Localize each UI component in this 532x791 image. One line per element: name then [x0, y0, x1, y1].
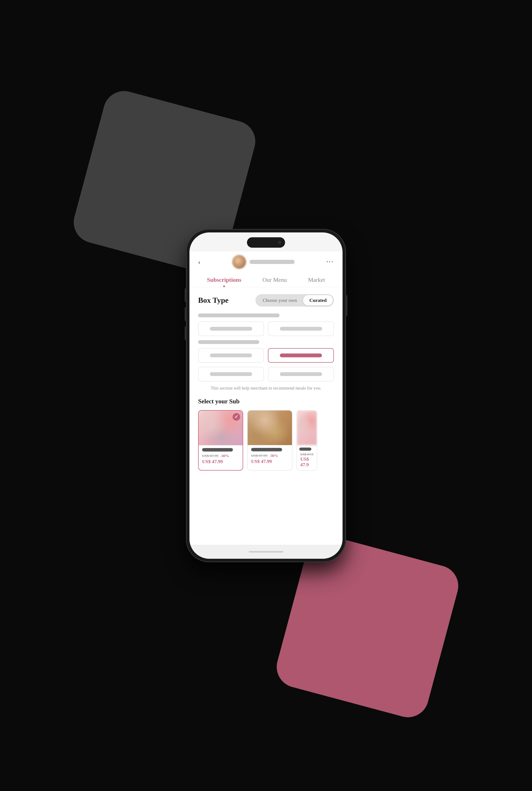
- filter-option-3a[interactable]: [198, 367, 264, 381]
- filter-option-1b-inner: [280, 327, 322, 331]
- nav-tabs: Subscriptions Our Menu Market: [189, 271, 343, 287]
- front-camera: [278, 241, 281, 244]
- sub-card-3-pricing: US$ 67.9 US$ 47.9: [297, 452, 317, 470]
- filter-option-3a-inner: [210, 372, 252, 376]
- back-button[interactable]: ‹: [198, 258, 201, 266]
- filter-option-1a-inner: [210, 327, 252, 331]
- sub-cards-row: ✓ US$ 67.99 -30% US$ 4: [198, 410, 334, 471]
- filter-option-1a[interactable]: [198, 321, 264, 336]
- tab-market[interactable]: Market: [305, 275, 328, 287]
- filter-options-row-3: [198, 367, 334, 381]
- tab-subscriptions[interactable]: Subscriptions: [204, 275, 245, 287]
- header: ‹ ···: [189, 251, 343, 271]
- bottom-bar: [189, 545, 343, 559]
- header-center: [232, 255, 294, 269]
- filter-option-3b[interactable]: [268, 367, 334, 381]
- phone-outer-frame: ‹ ··· Subscriptions Our Menu Market: [186, 229, 346, 562]
- sub-card-2-image: [248, 411, 292, 445]
- filter-options-row-2: [198, 348, 334, 363]
- sub-card-1-pricing: US$ 67.99 -30% US$ 47.99: [198, 454, 243, 467]
- sub-card-3-image: [297, 411, 317, 445]
- box-type-section: Box Type Choose your own Curated: [198, 294, 334, 306]
- filter-option-2b[interactable]: [268, 348, 334, 363]
- dynamic-island: [247, 237, 285, 248]
- sub-card-1-discount: -30%: [220, 454, 229, 458]
- filter-option-2b-inner: [280, 354, 322, 357]
- avatar: [232, 255, 246, 269]
- phone-mockup: ‹ ··· Subscriptions Our Menu Market: [186, 229, 346, 562]
- sub-card-1-current-price: US$ 47.99: [202, 459, 223, 464]
- menu-button[interactable]: ···: [326, 258, 334, 265]
- sub-card-2-price-row: US$ 67.99 -30%: [251, 453, 288, 458]
- sub-card-1-price-row: US$ 67.99 -30%: [202, 454, 239, 458]
- app-content: ‹ ··· Subscriptions Our Menu Market: [189, 232, 343, 559]
- sub-card-2-discount: -30%: [269, 453, 278, 458]
- sub-card-2-title: [251, 448, 282, 451]
- filter-option-1b[interactable]: [268, 321, 334, 336]
- filter-label-1: [198, 314, 280, 317]
- main-content: Box Type Choose your own Curated: [189, 287, 343, 545]
- sub-card-1-check: ✓: [232, 413, 240, 421]
- filter-options-row-1: [198, 321, 334, 336]
- sub-card-3[interactable]: US$ 67.9 US$ 47.9: [297, 410, 317, 471]
- sub-card-3-current-price: US$ 47.9: [300, 456, 314, 468]
- filter-label-2: [198, 340, 259, 344]
- tab-our-menu[interactable]: Our Menu: [259, 275, 290, 287]
- header-title-bar: [250, 260, 294, 264]
- box-type-toggle: Choose your own Curated: [255, 294, 334, 306]
- home-indicator: [249, 551, 283, 552]
- sub-card-1[interactable]: ✓ US$ 67.99 -30% US$ 4: [198, 410, 243, 471]
- sub-card-2-img-bg: [248, 411, 292, 445]
- sub-card-3-original-price: US$ 67.9: [300, 452, 314, 456]
- filter-option-3b-inner: [280, 372, 322, 376]
- filter-option-2a[interactable]: [198, 348, 264, 363]
- sub-card-2[interactable]: US$ 67.99 -30% US$ 47.99: [247, 410, 292, 471]
- sub-card-1-original-price: US$ 67.99: [202, 454, 218, 458]
- toggle-curated[interactable]: Curated: [303, 295, 333, 305]
- sub-card-2-pricing: US$ 67.99 -30% US$ 47.99: [248, 453, 292, 467]
- sub-card-2-original-price: US$ 67.99: [251, 453, 267, 458]
- box-type-label: Box Type: [198, 296, 229, 305]
- filter-option-2a-inner: [210, 354, 252, 357]
- sub-card-2-current-price: US$ 47.99: [251, 459, 272, 464]
- phone-screen: ‹ ··· Subscriptions Our Menu Market: [189, 232, 343, 559]
- sub-section-title: Select your Sub: [198, 398, 334, 405]
- sub-card-3-title: [299, 448, 311, 451]
- sub-card-1-title: [202, 448, 233, 452]
- toggle-choose-your-own[interactable]: Choose your own: [256, 295, 303, 305]
- help-text: This section will help merchant to recom…: [198, 385, 334, 391]
- check-icon: ✓: [234, 414, 238, 419]
